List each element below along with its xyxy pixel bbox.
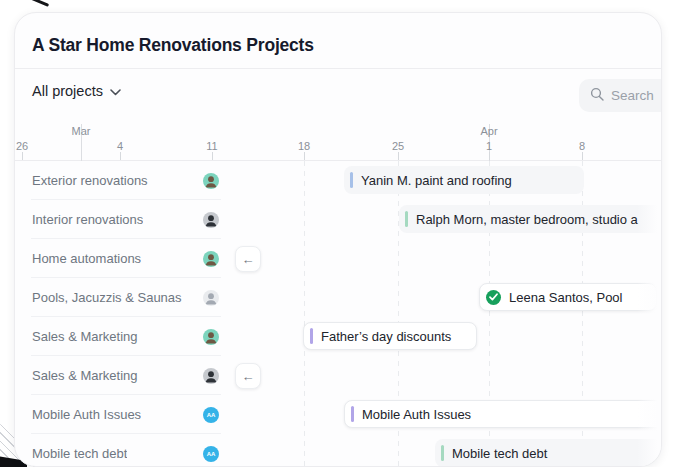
project-row[interactable]: Exterior renovations <box>15 161 229 200</box>
scroll-to-task-button[interactable]: ← <box>235 246 261 272</box>
window-header: A Star Home Renovations Projects <box>15 13 661 69</box>
avatar-initials: AA <box>207 451 216 457</box>
check-icon <box>486 290 501 305</box>
projects-filter-dropdown[interactable]: All projects <box>32 83 121 99</box>
month-label: Apr <box>480 125 497 137</box>
project-label: Sales & Marketing <box>32 368 138 383</box>
assignee-avatar <box>203 290 219 306</box>
project-label: Exterior renovations <box>32 173 148 188</box>
task-bar[interactable]: Leena Santos, Pool <box>479 283 657 311</box>
project-row[interactable]: Interior renovations <box>15 200 229 239</box>
task-accent-bar <box>310 328 313 344</box>
avatar-initials: AA <box>207 412 216 418</box>
day-tick <box>304 152 305 160</box>
day-label: 25 <box>392 140 404 152</box>
day-label: 11 <box>206 140 217 152</box>
gantt-row: Sales & Marketing← <box>15 356 661 395</box>
day-label: 18 <box>298 140 310 152</box>
assignee-avatar: AA <box>203 407 219 423</box>
task-bar-label: Father’s day discounts <box>321 329 451 344</box>
timeline-ruler: MarApr26411182518 <box>15 123 661 161</box>
task-bar[interactable]: Mobile Auth Issues <box>344 400 662 428</box>
task-bar[interactable]: Yanin M. paint and roofing <box>344 166 584 194</box>
task-bar[interactable]: Ralph Morn, master bedroom, studio a <box>399 205 662 233</box>
app-window: A Star Home Renovations Projects All pro… <box>14 12 662 467</box>
gantt-row: Sales & MarketingFather’s day discounts <box>15 317 661 356</box>
scroll-to-task-button[interactable]: ← <box>235 363 261 389</box>
gantt-row: Mobile tech debtAAMobile tech debt <box>15 434 661 467</box>
project-label: Pools, Jacuzzis & Saunas <box>32 290 182 305</box>
day-label: 8 <box>579 140 585 152</box>
search-placeholder: Search <box>611 88 654 103</box>
filter-label: All projects <box>32 83 103 99</box>
assignee-avatar <box>203 329 219 345</box>
gantt-row: Interior renovationsRalph Morn, master b… <box>15 200 661 239</box>
gantt-rows: Exterior renovationsYanin M. paint and r… <box>15 161 661 467</box>
project-label: Sales & Marketing <box>32 329 138 344</box>
task-bar-label: Mobile Auth Issues <box>362 407 471 422</box>
gantt-row: Home automations← <box>15 239 661 278</box>
month-label: Mar <box>72 125 91 137</box>
search-input[interactable]: Search <box>579 79 662 112</box>
task-bar-label: Ralph Morn, master bedroom, studio a <box>416 212 638 227</box>
task-accent-bar <box>350 172 353 188</box>
task-accent-bar <box>351 406 354 422</box>
day-label: 4 <box>117 140 123 152</box>
toolbar: All projects Search <box>15 69 661 123</box>
assignee-avatar <box>203 212 219 228</box>
gantt-area: Exterior renovationsYanin M. paint and r… <box>15 161 661 467</box>
assignee-avatar <box>203 368 219 384</box>
day-tick <box>398 152 399 160</box>
day-tick <box>582 152 583 160</box>
task-bar-label: Mobile tech debt <box>452 446 547 461</box>
project-row[interactable]: Sales & Marketing <box>15 317 229 356</box>
task-bar-label: Yanin M. paint and roofing <box>361 173 512 188</box>
day-label: 26 <box>16 140 28 152</box>
project-label: Home automations <box>32 251 141 266</box>
desktop-background: A Star Home Renovations Projects All pro… <box>0 0 674 467</box>
task-accent-bar <box>441 445 444 461</box>
project-row[interactable]: Mobile tech debtAA <box>15 434 229 467</box>
page-title: A Star Home Renovations Projects <box>32 35 314 56</box>
project-row[interactable]: Pools, Jacuzzis & Saunas <box>15 278 229 317</box>
day-label: 1 <box>486 140 492 152</box>
assignee-avatar <box>203 251 219 267</box>
day-tick <box>22 152 23 160</box>
task-bar[interactable]: Father’s day discounts <box>303 322 477 350</box>
project-row[interactable]: Mobile Auth IssuesAA <box>15 395 229 434</box>
day-tick <box>120 152 121 160</box>
assignee-avatar: AA <box>203 446 219 462</box>
project-label: Mobile tech debt <box>32 446 127 461</box>
gantt-row: Pools, Jacuzzis & SaunasLeena Santos, Po… <box>15 278 661 317</box>
gantt-row: Mobile Auth IssuesAAMobile Auth Issues <box>15 395 661 434</box>
project-label: Mobile Auth Issues <box>32 407 141 422</box>
task-bar-label: Leena Santos, Pool <box>509 290 622 305</box>
gantt-row: Exterior renovationsYanin M. paint and r… <box>15 161 661 200</box>
project-row[interactable]: Home automations <box>15 239 229 278</box>
task-accent-bar <box>405 211 408 227</box>
project-row[interactable]: Sales & Marketing <box>15 356 229 395</box>
sketch-mark-top-left <box>15 0 49 7</box>
day-tick <box>212 152 213 160</box>
day-tick <box>489 152 490 160</box>
project-label: Interior renovations <box>32 212 143 227</box>
task-bar[interactable]: Mobile tech debt <box>435 439 662 467</box>
assignee-avatar <box>203 173 219 189</box>
chevron-down-icon <box>110 83 121 99</box>
search-icon <box>590 87 604 104</box>
